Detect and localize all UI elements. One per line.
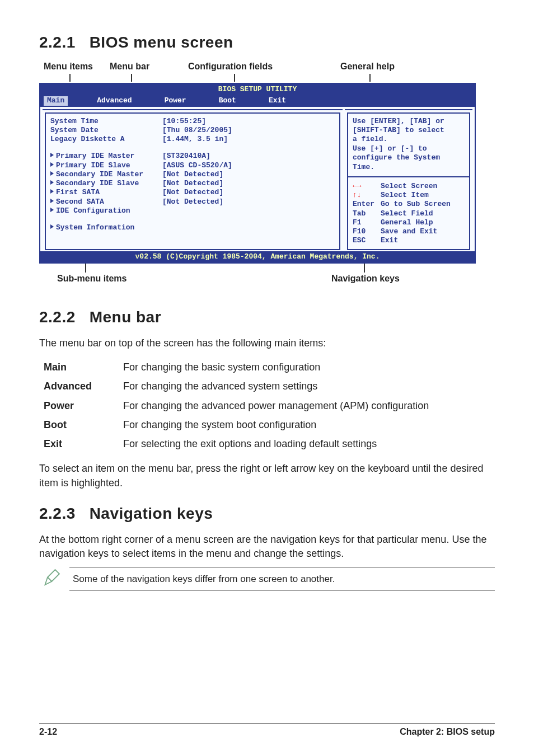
desc-boot: For changing the system boot configurati…: [120, 416, 494, 434]
nav-esc: Exit: [381, 236, 398, 245]
bios-tab-exit[interactable]: Exit: [265, 96, 289, 105]
bios-footer: v02.58 (C)Copyright 1985-2004, American …: [40, 251, 475, 262]
help-line: configure the System: [353, 153, 465, 162]
nav-lr: Select Screen: [381, 182, 437, 191]
table-row: BootFor changing the system boot configu…: [40, 416, 494, 434]
bios-window: BIOS SETUP UTILITY Main Advanced Power B…: [39, 83, 476, 264]
pencil-note-icon: [39, 568, 66, 590]
bios-tab-power[interactable]: Power: [161, 96, 190, 105]
row-secondary-ide-master[interactable]: Secondary IDE Master: [50, 170, 162, 179]
arrows-lr-icon: ←→: [353, 182, 381, 191]
lbl-general-help: General help: [340, 62, 395, 72]
nav-f10: Save and Exit: [381, 227, 437, 236]
val-pis: [ASUS CD-S520/A]: [162, 161, 232, 170]
row-secondary-ide-slave[interactable]: Secondary IDE Slave: [50, 179, 162, 188]
val-legacy-a: [1.44M, 3.5 in]: [162, 135, 228, 144]
section-heading-221: 2.2.1 BIOS menu screen: [39, 34, 495, 51]
bios-menu-bar: Main Advanced Power Boot Exit: [40, 95, 475, 106]
val-ssata: [Not Detected]: [162, 198, 223, 206]
navkeys-para: At the bottom right corner of a menu scr…: [39, 533, 495, 561]
lbl-menu-items: Menu items: [44, 62, 93, 72]
page-footer: 2-12 Chapter 2: BIOS setup: [39, 723, 495, 737]
lbl-nav-keys: Navigation keys: [331, 274, 400, 284]
help-line: Use [ENTER], [TAB] or: [353, 117, 465, 126]
section-title: Navigation keys: [90, 505, 213, 522]
desc-main: For changing the basic system configurat…: [120, 358, 494, 376]
term-main: Main: [40, 358, 119, 376]
val-fsata: [Not Detected]: [162, 188, 223, 197]
val-sim: [Not Detected]: [162, 170, 223, 179]
nav-tab: Select Field: [381, 209, 433, 218]
desc-exit: For selecting the exit options and loadi…: [120, 435, 494, 453]
nav-ud: Select Item: [381, 191, 429, 200]
section-title: BIOS menu screen: [90, 34, 233, 51]
bios-tab-advanced[interactable]: Advanced: [93, 96, 135, 105]
nav-f1-key: F1: [353, 218, 381, 227]
section-num: 2.2.1: [39, 34, 76, 51]
nav-esc-key: ESC: [353, 236, 381, 245]
section-num: 2.2.2: [39, 308, 76, 326]
arrows-ud-icon: ↑↓: [353, 191, 381, 200]
help-line: a field.: [353, 135, 465, 144]
section-heading-222: 2.2.2 Menu bar: [39, 308, 495, 326]
row-system-info[interactable]: System Information: [50, 223, 162, 232]
bios-title: BIOS SETUP UTILITY: [40, 84, 475, 95]
nav-enter-key: Enter: [353, 200, 381, 209]
val-pim: [ST320410A]: [162, 152, 210, 161]
row-primary-ide-slave[interactable]: Primary IDE Slave: [50, 161, 162, 170]
section-num: 2.2.3: [39, 505, 76, 522]
row-primary-ide-master[interactable]: Primary IDE Master: [50, 152, 162, 161]
nav-tab-key: Tab: [353, 209, 381, 218]
row-second-sata[interactable]: Second SATA: [50, 198, 162, 206]
page-number: 2-12: [39, 727, 57, 737]
term-exit: Exit: [40, 435, 119, 453]
note-block: Some of the navigation keys differ from …: [39, 567, 495, 591]
row-system-date[interactable]: System Date: [50, 126, 162, 135]
nav-f10-key: F10: [353, 227, 381, 236]
row-legacy-a[interactable]: Legacy Diskette A: [50, 135, 162, 144]
bios-left-panel: System Time[10:55:25] System Date[Thu 08…: [43, 109, 343, 251]
help-line: [SHIFT-TAB] to select: [353, 126, 465, 135]
term-boot: Boot: [40, 416, 119, 434]
nav-f1: General Help: [381, 218, 433, 227]
table-row: PowerFor changing the advanced power man…: [40, 397, 494, 415]
note-text: Some of the navigation keys differ from …: [69, 567, 495, 591]
val-system-date: [Thu 08/25/2005]: [162, 126, 232, 135]
menu-bar-table: MainFor changing the basic system config…: [39, 357, 495, 454]
row-ide-config[interactable]: IDE Configuration: [50, 206, 162, 215]
lbl-menu-bar: Menu bar: [110, 62, 149, 72]
bios-under-labels: Sub-menu items Navigation keys: [39, 267, 476, 286]
term-advanced: Advanced: [40, 377, 119, 395]
bios-tab-main[interactable]: Main: [44, 96, 68, 105]
val-sis: [Not Detected]: [162, 179, 223, 188]
row-system-time[interactable]: System Time: [50, 117, 162, 126]
val-system-time: [10:55:25]: [162, 117, 206, 126]
chapter-label: Chapter 2: BIOS setup: [400, 727, 495, 737]
help-line: Use [+] or [-] to: [353, 144, 465, 153]
bios-tab-boot[interactable]: Boot: [216, 96, 240, 105]
lbl-config-fields: Configuration fields: [188, 62, 273, 72]
section-title: Menu bar: [90, 308, 161, 326]
desc-advanced: For changing the advanced system setting…: [120, 377, 494, 395]
table-row: ExitFor selecting the exit options and l…: [40, 435, 494, 453]
bios-top-labels: Menu items Menu bar Configuration fields…: [44, 62, 495, 83]
bios-right-panel: Use [ENTER], [TAB] or [SHIFT-TAB] to sel…: [345, 109, 472, 251]
help-line: Time.: [353, 163, 465, 172]
menu-bar-intro: The menu bar on top of the screen has th…: [39, 336, 495, 350]
lbl-submenu-items: Sub-menu items: [57, 274, 127, 284]
table-row: AdvancedFor changing the advanced system…: [40, 377, 494, 395]
term-power: Power: [40, 397, 119, 415]
table-row: MainFor changing the basic system config…: [40, 358, 494, 376]
menu-bar-outro: To select an item on the menu bar, press…: [39, 462, 495, 490]
nav-enter: Go to Sub Screen: [381, 200, 451, 209]
row-first-sata[interactable]: First SATA: [50, 188, 162, 197]
section-heading-223: 2.2.3 Navigation keys: [39, 505, 495, 523]
desc-power: For changing the advanced power manageme…: [120, 397, 494, 415]
